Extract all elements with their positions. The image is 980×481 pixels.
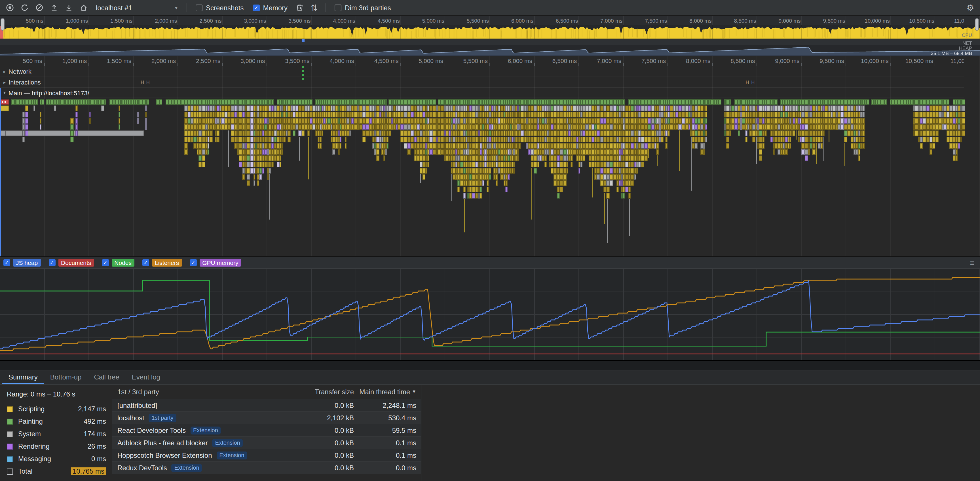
screenshots-checkbox[interactable]: Screenshots	[196, 4, 243, 12]
counter-toggle-documents[interactable]: ✓Documents	[48, 259, 94, 267]
ruler-tick-label: 6,500 ms	[529, 57, 577, 64]
ruler-tick-label: 2,500 ms	[173, 57, 220, 64]
interaction-whisker: H H	[746, 80, 755, 85]
party-name-cell: localhost1st party	[112, 414, 280, 422]
table-row[interactable]: localhost1st party2,102 kB530.4 ms	[112, 412, 421, 424]
counter-toggle-nodes[interactable]: ✓Nodes	[102, 259, 134, 267]
overview-window-left-handle[interactable]	[0, 18, 5, 30]
settings-gear-icon[interactable]: ⚙	[963, 1, 978, 14]
main-time-ruler: 500 ms1,000 ms1,500 ms2,000 ms2,500 ms3,…	[0, 56, 964, 66]
legend-value: 10,765 ms	[71, 467, 106, 475]
overview-tick-label: 7,500 ms	[619, 18, 667, 24]
download-icon	[64, 3, 73, 12]
tab-event-log[interactable]: Event log	[126, 370, 167, 384]
overview-tick-label: 11,000 ms	[931, 18, 964, 24]
overview-tick-label: 3,500 ms	[263, 18, 311, 24]
record-button[interactable]	[2, 1, 17, 14]
table-row[interactable]: Hoppscotch Browser ExtensionExtension0.0…	[112, 449, 421, 462]
memory-checkbox[interactable]: ✓ Memory	[253, 4, 288, 12]
range-label: Range: 0 ms – 10.76 s	[7, 390, 106, 398]
overview-tick-label: 5,500 ms	[441, 18, 489, 24]
record-and-reload-button[interactable]	[17, 1, 32, 14]
ruler-tick-label: 3,000 ms	[218, 57, 265, 64]
overview-tick-label: 10,000 ms	[842, 18, 890, 24]
collapsed-triangle-icon: ▸	[3, 80, 6, 85]
track-interactions[interactable]: ▸ Interactions H HH H	[0, 77, 964, 88]
overview-tick-label: 500 ms	[0, 18, 43, 24]
overflow-menu-icon[interactable]: ≡	[970, 258, 974, 267]
col-main-thread-header[interactable]: Main thread time ▼	[354, 388, 416, 396]
counter-toggles: ✓JS heap✓Documents✓Nodes✓Listeners✓GPU m…	[3, 259, 241, 267]
legend-swatch	[7, 431, 13, 437]
main-thread-time-cell: 0.0 ms	[354, 464, 416, 471]
tab-summary[interactable]: Summary	[2, 370, 44, 384]
overview-tick-label: 9,500 ms	[798, 18, 845, 24]
party-name-text: React Developer Tools	[118, 426, 186, 434]
legend-swatch	[7, 456, 13, 462]
overview-window-right-handle[interactable]	[975, 18, 979, 30]
detail-tabs: SummaryBottom-upCall treeEvent log	[0, 370, 980, 385]
ruler-tick-label: 1,000 ms	[39, 57, 87, 64]
table-row[interactable]: [unattributed]0.0 kB2,248.1 ms	[112, 399, 421, 412]
counter-toggle-js-heap[interactable]: ✓JS heap	[3, 259, 41, 267]
overview-tick-label: 2,500 ms	[174, 18, 221, 24]
track-network[interactable]: ▸ Network	[0, 66, 964, 77]
overview-tick-label: 1,000 ms	[40, 18, 88, 24]
col-transfer-header[interactable]: Transfer size	[280, 388, 354, 396]
collect-garbage-button[interactable]	[292, 1, 307, 14]
party-name-text: localhost	[118, 414, 144, 422]
counter-toggle-gpu-memory[interactable]: ✓GPU memory	[190, 259, 241, 267]
legend-row: Rendering26 ms	[7, 440, 106, 452]
table-row[interactable]: React Developer ToolsExtension0.0 kB59.5…	[112, 424, 421, 437]
table-row[interactable]: Redux DevToolsExtension0.0 kB0.0 ms	[112, 462, 421, 474]
load-profile-button[interactable]	[46, 1, 61, 14]
ruler-tick-label: 11,000 ms	[930, 57, 964, 64]
counter-label: JS heap	[13, 259, 41, 267]
memory-label: Memory	[263, 4, 288, 12]
party-name-cell: [unattributed]	[112, 401, 280, 409]
main-thread-time-cell: 0.1 ms	[354, 451, 416, 459]
checkbox-checked-icon: ✓	[190, 259, 197, 266]
heap-range-label: 35.1 MB – 68.4 MB	[931, 51, 972, 56]
memory-counters-chart[interactable]	[0, 269, 980, 360]
panel-split-divider[interactable]	[0, 360, 980, 370]
main-flame-chart[interactable]	[0, 98, 980, 256]
clear-button[interactable]	[32, 1, 46, 14]
trash-icon	[295, 3, 304, 12]
main-thread-time-cell: 2,248.1 ms	[354, 401, 416, 409]
dim-3rd-parties-checkbox[interactable]: Dim 3rd parties	[335, 4, 391, 12]
ruler-tick-label: 5,000 ms	[396, 57, 443, 64]
overview-network-band	[0, 38, 980, 45]
live-metrics-button[interactable]	[76, 1, 91, 14]
legend-value: 2,147 ms	[78, 405, 106, 413]
main-thread-time-cell: 59.5 ms	[354, 426, 416, 434]
tab-call-tree[interactable]: Call tree	[88, 370, 125, 384]
ruler-tick-label: 10,500 ms	[886, 57, 933, 64]
interactions-track-label: Interactions	[8, 79, 41, 86]
overview-screenshot-marker	[302, 39, 305, 42]
legend-swatch	[7, 443, 13, 449]
session-selector[interactable]: localhost #1 ▾	[92, 2, 181, 14]
table-row[interactable]: Adblock Plus - free ad blockerExtension0…	[112, 437, 421, 449]
legend-label: Total	[18, 467, 33, 475]
devtools-performance-panel: localhost #1 ▾ Screenshots ✓ Memory ⇅ Di…	[0, 0, 980, 481]
counter-toggle-listeners[interactable]: ✓Listeners	[142, 259, 182, 267]
legend-row: System174 ms	[7, 428, 106, 440]
overview-tick-label: 6,500 ms	[530, 18, 578, 24]
compress-tracks-button[interactable]: ⇅	[307, 1, 321, 14]
overview-tick-label: 1,500 ms	[85, 18, 132, 24]
timeline-overview[interactable]: 500 ms1,000 ms1,500 ms2,000 ms2,500 ms3,…	[0, 16, 980, 56]
party-table-body: [unattributed]0.0 kB2,248.1 mslocalhost1…	[112, 399, 421, 474]
legend-value: 492 ms	[84, 417, 106, 425]
legend-label: System	[18, 430, 41, 438]
chevron-down-icon: ▾	[175, 5, 178, 11]
track-main-header[interactable]: ▾ Main — http://localhost:5173/	[0, 88, 964, 98]
transfer-size-cell: 0.0 kB	[280, 439, 354, 447]
col-party-header[interactable]: 1st / 3rd party	[112, 388, 280, 396]
party-badge: Extension	[216, 451, 247, 459]
tab-bottom-up[interactable]: Bottom-up	[44, 370, 88, 384]
overview-tick-label: 4,000 ms	[308, 18, 355, 24]
summary-legend: Range: 0 ms – 10.76 s Scripting2,147 msP…	[0, 385, 112, 481]
save-profile-button[interactable]	[61, 1, 76, 14]
checkbox-checked-icon: ✓	[142, 259, 149, 266]
